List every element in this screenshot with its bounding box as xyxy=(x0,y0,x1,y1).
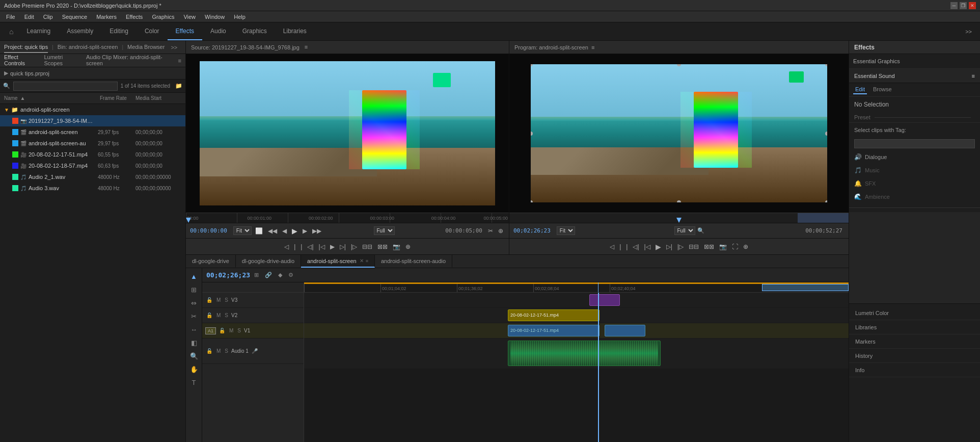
timeline-tab-dl-googledrive[interactable]: dl-google-drive xyxy=(186,255,236,268)
clip-block[interactable]: 20-08-02-12-17-51.mp4 xyxy=(508,309,600,321)
panel-expand-button[interactable]: >> xyxy=(169,44,179,50)
prog-mark-in[interactable]: ◁ xyxy=(608,242,616,251)
prog-step-back[interactable]: |◁ xyxy=(643,242,652,251)
audio-track-a1[interactable] xyxy=(304,339,849,369)
timeline-snap-button[interactable]: ⊞ xyxy=(252,271,261,279)
menu-effects[interactable]: Effects xyxy=(122,13,147,21)
panel-menu-button[interactable]: ≡ xyxy=(178,58,181,64)
track-solo-button[interactable]: S xyxy=(236,327,242,334)
tool-track-select[interactable]: ◧ xyxy=(188,336,200,349)
source-go-in[interactable]: ◁| xyxy=(306,242,315,251)
tab-assembly[interactable]: Assembly xyxy=(59,22,101,40)
timeline-settings[interactable]: ⚙ xyxy=(286,271,295,279)
video-track-v3[interactable] xyxy=(304,293,849,308)
libraries-item[interactable]: Libraries xyxy=(849,320,980,334)
menu-sequence[interactable]: Sequence xyxy=(58,13,92,21)
tab-graphics[interactable]: Graphics xyxy=(234,22,275,40)
source-menu-button[interactable]: ≡ xyxy=(300,41,313,54)
audio-clip-mixer-tab[interactable]: Audio Clip Mixer: android-split-screen xyxy=(86,52,172,69)
track-mute-button[interactable]: M xyxy=(215,297,222,303)
workspace-more[interactable]: >> xyxy=(961,22,976,40)
prog-lift[interactable]: ⊟⊟ xyxy=(687,242,700,251)
menu-file[interactable]: File xyxy=(2,13,19,21)
home-button[interactable]: ⌂ xyxy=(4,22,18,40)
tool-type[interactable]: T xyxy=(188,376,200,388)
source-settings-button[interactable]: ⬜ xyxy=(254,226,264,236)
track-solo-button[interactable]: S xyxy=(224,312,229,319)
effect-controls-tab[interactable]: Effect Controls xyxy=(4,52,38,69)
prog-play[interactable]: ▶ xyxy=(654,242,663,252)
list-item[interactable]: 🎥 20-08-02-12-17-51.mp4 60,55 fps 00;00;… xyxy=(0,149,185,160)
source-play2[interactable]: ▶ xyxy=(329,242,336,251)
essential-graphics-button[interactable]: Essential Graphics xyxy=(853,57,976,65)
source-go-out[interactable]: |▷ xyxy=(349,242,359,251)
clip-block[interactable]: 20-08-02-12-17-51.mp4 xyxy=(508,325,600,336)
clip-block[interactable] xyxy=(605,325,645,336)
list-item[interactable]: 📷 20191227_19-38-54-IMG... xyxy=(0,115,185,126)
prog-mark-out[interactable]: | xyxy=(624,242,629,251)
source-step-back2[interactable]: |◁ xyxy=(317,242,326,251)
list-item[interactable]: 🎵 Audio 3.wav 48000 Hz 00;00;00;00000 xyxy=(0,183,185,194)
track-mute-button[interactable]: M xyxy=(228,327,234,334)
tab-effects[interactable]: Effects xyxy=(168,22,202,40)
prog-add[interactable]: ⊕ xyxy=(742,242,750,251)
prog-mark-in2[interactable]: | xyxy=(618,242,622,251)
edit-tab[interactable]: Edit xyxy=(853,85,867,94)
tab-editing[interactable]: Editing xyxy=(101,22,137,40)
list-item[interactable]: 🎬 android-split-screen-au 29,97 fps 00;0… xyxy=(0,138,185,149)
timeline-link-button[interactable]: 🔗 xyxy=(263,271,274,279)
tag-input-field[interactable] xyxy=(854,139,975,148)
source-add2[interactable]: ⊕ xyxy=(404,242,412,251)
lumetri-scopes-tab[interactable]: Lumetri Scopes xyxy=(44,52,80,69)
source-camera[interactable]: 📷 xyxy=(391,242,402,251)
program-zoom-icon[interactable]: 🔍 xyxy=(697,227,704,234)
track-lock-button[interactable]: 🔓 xyxy=(205,312,213,319)
program-menu-button[interactable]: ≡ xyxy=(591,44,594,50)
source-scissors-button[interactable]: ✂ xyxy=(486,226,495,236)
audio-mic-button[interactable]: 🎤 xyxy=(251,348,259,354)
project-search-input[interactable] xyxy=(13,82,118,91)
audio-solo-button[interactable]: S xyxy=(224,348,229,354)
tab-learning[interactable]: Learning xyxy=(18,22,59,40)
source-fit-dropdown[interactable]: Fit xyxy=(233,226,252,235)
audio-lock-button[interactable]: 🔓 xyxy=(205,348,213,354)
timeline-tab-dl-googledrive-audio[interactable]: dl-google-drive-audio xyxy=(236,255,301,268)
clip-block[interactable] xyxy=(589,294,620,306)
tool-hand[interactable]: ✋ xyxy=(188,363,200,375)
source-quality-dropdown[interactable]: Full xyxy=(374,226,395,235)
source-insert[interactable]: ⊟⊟ xyxy=(361,242,374,251)
track-mute-button[interactable]: M xyxy=(215,312,222,319)
browse-tab[interactable]: Browse xyxy=(871,85,894,94)
prog-fullscreen[interactable]: ⛶ xyxy=(730,242,740,251)
restore-button[interactable]: ❐ xyxy=(960,2,967,9)
prog-extract[interactable]: ⊠⊠ xyxy=(702,242,716,251)
video-track-v1[interactable]: 20-08-02-12-17-51.mp4 xyxy=(304,323,849,339)
list-item[interactable]: 🎥 20-08-02-12-18-57.mp4 60,63 fps 00;00;… xyxy=(0,160,185,171)
lumetri-color-item[interactable]: Lumetri Color xyxy=(849,306,980,320)
close-button[interactable]: ✕ xyxy=(969,2,976,9)
tab-color[interactable]: Color xyxy=(137,22,168,40)
tab-audio[interactable]: Audio xyxy=(202,22,234,40)
source-add-button[interactable]: ⊕ xyxy=(497,226,505,236)
menu-view[interactable]: View xyxy=(179,13,200,21)
source-mark-out[interactable]: | xyxy=(299,242,304,251)
timeline-add-marker[interactable]: ◆ xyxy=(276,271,284,279)
audio-mute-button[interactable]: M xyxy=(215,348,222,354)
menu-graphics[interactable]: Graphics xyxy=(148,13,178,21)
video-track-v2[interactable]: 20-08-02-12-17-51.mp4 xyxy=(304,308,849,323)
track-solo-button[interactable]: S xyxy=(224,297,229,303)
tool-ratestretch[interactable]: ⇔ xyxy=(188,297,200,309)
tool-zoom[interactable]: 🔍 xyxy=(188,350,200,362)
track-lock-button[interactable]: 🔓 xyxy=(205,297,213,303)
timeline-tab-android-split[interactable]: android-split-screen ✕ ≡ xyxy=(301,255,375,268)
source-step-fwd-button[interactable]: ▶ xyxy=(301,226,309,236)
source-mark-in[interactable]: ◁ xyxy=(283,242,290,251)
program-quality-dropdown[interactable]: Full xyxy=(674,226,695,235)
list-item[interactable]: 🎵 Audio 2_1.wav 48000 Hz 00;00;00;00000 xyxy=(0,171,185,183)
tab-menu-icon[interactable]: ≡ xyxy=(366,258,368,264)
prog-go-in[interactable]: ◁| xyxy=(631,242,640,251)
bin-panel-tab[interactable]: Bin: android-split-screen xyxy=(58,42,118,53)
list-item[interactable]: 🎬 android-split-screen 29,97 fps 00;00;0… xyxy=(0,126,185,138)
menu-window[interactable]: Window xyxy=(201,13,229,21)
project-panel-tab[interactable]: Project: quick tips xyxy=(4,42,48,53)
